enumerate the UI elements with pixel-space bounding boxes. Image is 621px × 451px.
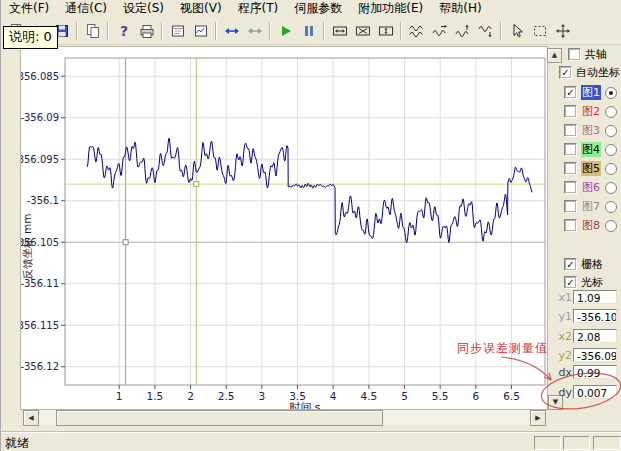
x-tick-label: 4 bbox=[330, 390, 337, 402]
shift-wave-right-button[interactable] bbox=[428, 19, 451, 42]
shift-wave-up-icon bbox=[455, 23, 471, 39]
pause-button[interactable] bbox=[297, 19, 320, 42]
y1-input[interactable]: -356.105 bbox=[573, 309, 617, 323]
expand-horizontal-button[interactable] bbox=[220, 19, 243, 42]
x1-label: x1 bbox=[547, 291, 572, 304]
channel-ch2-radio[interactable] bbox=[605, 106, 617, 118]
toolbar-separator bbox=[323, 22, 325, 40]
print-icon bbox=[139, 23, 155, 39]
tooltip-text: 说明: 0 bbox=[9, 29, 52, 44]
x2-label: x2 bbox=[547, 330, 572, 343]
print-button[interactable] bbox=[135, 19, 158, 42]
channel-ch3-checkbox[interactable] bbox=[564, 124, 577, 137]
channel-ch6-checkbox[interactable] bbox=[564, 181, 577, 194]
scrollbar-thumb[interactable] bbox=[56, 410, 383, 426]
svg-text:?: ? bbox=[119, 23, 127, 39]
channel-ch5-radio[interactable] bbox=[605, 163, 617, 175]
pan-icon bbox=[555, 23, 571, 39]
status-bar: 就绪 bbox=[1, 432, 621, 451]
x-tick-label: 6 bbox=[472, 390, 479, 402]
channel-ch6-radio[interactable] bbox=[605, 182, 617, 194]
pointer-button[interactable] bbox=[505, 19, 528, 42]
channel-ch8-radio[interactable] bbox=[605, 220, 617, 232]
shift-wave-right-icon bbox=[432, 23, 448, 39]
y-axis-title: 反馈坐标 mm bbox=[21, 214, 33, 280]
scroll-left-button[interactable]: ◀ bbox=[23, 410, 39, 426]
channel-ch1-label: 图1 bbox=[581, 85, 601, 100]
menu-item-program[interactable]: 程序(T) bbox=[230, 0, 287, 18]
toolbar: ? bbox=[1, 17, 621, 45]
x-axis-title: 时间 s bbox=[289, 401, 320, 409]
zoom-box-horizontal-button[interactable] bbox=[328, 19, 351, 42]
zoom-x-button[interactable] bbox=[351, 19, 374, 42]
pan-button[interactable] bbox=[551, 19, 574, 42]
cursor-checkbox[interactable]: ✓ bbox=[564, 276, 577, 289]
channel-ch6-label: 图6 bbox=[581, 180, 601, 195]
menu-item-comm[interactable]: 通信(C) bbox=[57, 0, 115, 18]
channel-ch7-checkbox[interactable] bbox=[564, 200, 577, 213]
run-button[interactable] bbox=[274, 19, 297, 42]
shift-wave-down-icon bbox=[478, 23, 494, 39]
dy-input[interactable]: 0.007 bbox=[573, 385, 617, 399]
channel-ch5-checkbox[interactable] bbox=[564, 162, 577, 175]
zoom-box-horizontal-icon bbox=[332, 23, 348, 39]
coaxial-label: 共轴 bbox=[585, 47, 607, 62]
menu-item-help[interactable]: 帮助(H) bbox=[431, 0, 489, 18]
select-rectangle-button[interactable] bbox=[528, 19, 551, 42]
channel-ch4-label: 图4 bbox=[581, 142, 601, 157]
channel-ch3-radio[interactable] bbox=[605, 125, 617, 137]
fit-horizontal-button[interactable] bbox=[243, 19, 266, 42]
coaxial-checkbox[interactable] bbox=[568, 48, 581, 61]
tooltip: 说明: 0 bbox=[3, 26, 58, 49]
report-window-icon bbox=[170, 23, 186, 39]
y1-label: y1 bbox=[547, 310, 572, 323]
help-icon: ? bbox=[116, 23, 132, 39]
menu-item-file[interactable]: 文件(F) bbox=[1, 0, 57, 18]
y2-input[interactable]: -356.098 bbox=[573, 348, 617, 362]
fit-horizontal-icon bbox=[247, 23, 263, 39]
pointer-icon bbox=[509, 23, 525, 39]
channel-ch7-radio[interactable] bbox=[605, 201, 617, 213]
status-pane bbox=[593, 436, 621, 450]
overlay-waves-button[interactable] bbox=[405, 19, 428, 42]
channel-ch8-label: 图8 bbox=[581, 218, 601, 233]
select-rectangle-icon bbox=[532, 23, 548, 39]
zoom-y-button[interactable] bbox=[374, 19, 397, 42]
channel-ch3-label: 图3 bbox=[581, 123, 601, 138]
channel-ch4-checkbox[interactable] bbox=[564, 143, 577, 156]
scroll-right-button[interactable]: ▶ bbox=[530, 410, 546, 426]
channel-ch2-checkbox[interactable] bbox=[564, 105, 577, 118]
copy-button[interactable] bbox=[81, 19, 104, 42]
menu-item-settings[interactable]: 设定(S) bbox=[115, 0, 172, 18]
horizontal-scrollbar[interactable]: ◀ ▶ bbox=[23, 410, 544, 425]
status-message: 就绪 bbox=[5, 435, 29, 451]
toolbar-separator bbox=[76, 22, 78, 40]
report-window-button[interactable] bbox=[166, 19, 189, 42]
copy-icon bbox=[85, 23, 101, 39]
dx-input[interactable]: 0.99 bbox=[573, 365, 617, 379]
panel-scroll-up-button[interactable]: ▲ bbox=[547, 48, 562, 63]
chart-window-icon bbox=[193, 23, 209, 39]
menu-item-addons[interactable]: 附加功能(E) bbox=[350, 0, 431, 18]
channel-ch1-radio[interactable] bbox=[605, 87, 617, 99]
grid-checkbox[interactable]: ✓ bbox=[564, 258, 577, 271]
channel-ch4-radio[interactable] bbox=[605, 144, 617, 156]
autoscale-checkbox[interactable]: ✓ bbox=[559, 66, 572, 79]
menu-item-view[interactable]: 视图(V) bbox=[172, 0, 230, 18]
shift-wave-down-button[interactable] bbox=[474, 19, 497, 42]
toolbar-separator bbox=[107, 22, 109, 40]
menu-item-servo-params[interactable]: 伺服参数 bbox=[286, 0, 350, 18]
channel-ch1-checkbox[interactable]: ✓ bbox=[564, 86, 577, 99]
x-tick-label: 2 bbox=[187, 390, 194, 402]
x2-input[interactable]: 2.08 bbox=[573, 329, 617, 343]
chart-window-button[interactable] bbox=[189, 19, 212, 42]
x-tick-label: 4.5 bbox=[360, 390, 377, 402]
channel-ch8-checkbox[interactable] bbox=[564, 219, 577, 232]
channel-row-ch6: 图6 bbox=[564, 180, 617, 195]
help-button[interactable]: ? bbox=[112, 19, 135, 42]
shift-wave-up-button[interactable] bbox=[451, 19, 474, 42]
x-tick-label: 1 bbox=[116, 390, 123, 402]
dy-label: dy bbox=[547, 386, 572, 399]
x1-input[interactable]: 1.09 bbox=[573, 290, 617, 304]
cursor2-marker bbox=[194, 182, 199, 187]
